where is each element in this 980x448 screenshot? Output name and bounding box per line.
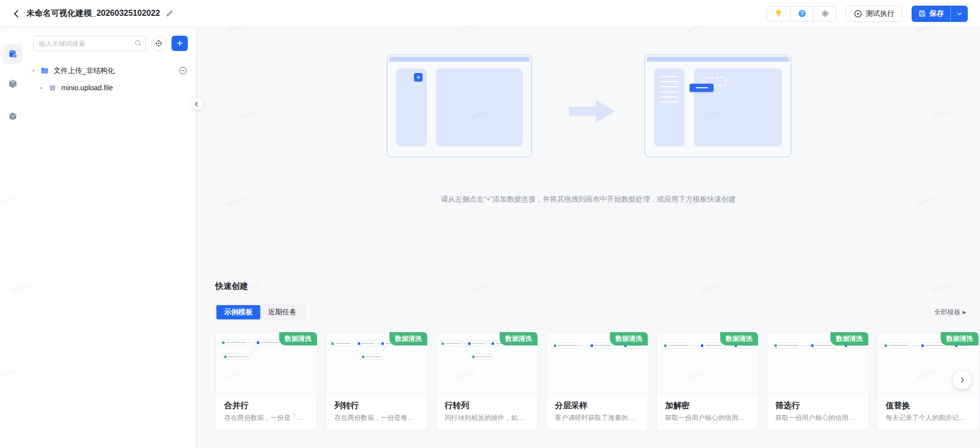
category-badge: 数据清洗 (500, 332, 537, 345)
pencil-icon (166, 10, 174, 17)
template-title: 行转列 (445, 401, 529, 411)
template-description: 客户调研时获取了海量的… (555, 413, 640, 422)
chevron-left-icon (193, 101, 200, 107)
app-root: 未命名可视化建模_20260325102022 ? 测试执行 (0, 0, 980, 448)
quick-create-tabs-row: 示例模板 近期任务 全部模板 ▶ (215, 304, 980, 320)
add-data-connection-button[interactable]: + (172, 36, 188, 51)
tree-item-label: minio.upload.file (61, 84, 113, 92)
search-icon (134, 39, 142, 49)
help-icon: ? (798, 9, 806, 18)
template-description: 每天记录了个人的跑步记… (886, 413, 970, 422)
tree-item-label: 文件上传_非结构化 (54, 66, 115, 76)
lightbulb-icon (774, 9, 783, 18)
template-card[interactable]: 数据清洗 分层采样 客户调研时获取了海量的… (546, 332, 648, 431)
tree-caret-icon[interactable]: ▸ (40, 85, 47, 90)
minus-circle-icon (179, 66, 187, 75)
svg-text:+: + (14, 84, 15, 87)
caret-right-icon: ▶ (963, 310, 966, 315)
flow-arrow-icon (569, 99, 615, 123)
illustration-canvas-area (436, 68, 523, 146)
template-card-list: 数据清洗 合并行 存在两份数据，一份是「… 数据清洗 列转行 存在两份数据，一份… (215, 332, 980, 431)
test-run-button[interactable]: 测试执行 (846, 6, 902, 22)
template-card[interactable]: 数据清洗 列转行 存在两份数据，一份是每… (326, 332, 428, 431)
illustration-side-column: + (396, 68, 427, 146)
tree-row[interactable]: ▸ minio.upload.file (25, 79, 196, 96)
sidebar-item-data-sources[interactable] (3, 44, 22, 64)
data-connection-tree: ▾ 文件上传_非结构化 ▸ minio.upload.file (25, 62, 196, 96)
template-title: 分层采样 (555, 401, 640, 411)
model-cube-icon (8, 111, 18, 121)
all-templates-link[interactable]: 全部模板 ▶ (934, 308, 966, 317)
collapse-panel-button[interactable] (189, 97, 203, 111)
data-connection-panel: + ▾ 文件上传_非结构化 ▸ minio.upload.file (25, 28, 197, 448)
template-title: 合并行 (224, 401, 309, 411)
quick-create-title: 快速创建 (215, 281, 980, 292)
category-badge: 数据清洗 (610, 332, 648, 345)
test-run-label: 测试执行 (866, 9, 894, 18)
template-card[interactable]: 数据清洗 筛选行 获取一份用户核心的信用… (767, 332, 869, 431)
template-card[interactable]: 数据清洗 行转列 同行转列相反的操作，如… (436, 332, 538, 431)
template-card[interactable]: 数据清洗 加解密 获取一份用户核心的信用… (656, 332, 758, 431)
illustration-side-column (654, 68, 684, 146)
template-description: 存在两份数据，一份是「… (224, 413, 309, 422)
template-title: 加解密 (665, 401, 750, 411)
illustration-dragged-node (690, 84, 714, 92)
remove-circle-button[interactable] (179, 66, 187, 75)
edit-title-button[interactable] (166, 10, 174, 17)
settings-button[interactable] (813, 7, 836, 21)
folder-icon (40, 66, 49, 75)
operator-cube-icon: ×−+ (8, 79, 18, 89)
panel-toolbar: + (25, 36, 196, 51)
template-tabs: 示例模板 近期任务 (215, 304, 305, 320)
category-badge: 数据清洗 (941, 332, 978, 345)
save-button[interactable]: 保存 (912, 6, 950, 22)
svg-text:?: ? (800, 11, 803, 16)
search-field-wrap (33, 36, 146, 51)
lightbulb-button[interactable] (767, 7, 790, 21)
save-split-button: 保存 (912, 6, 968, 22)
top-bar: 未命名可视化建模_20260325102022 ? 测试执行 (0, 0, 980, 28)
svg-text:×: × (12, 80, 13, 83)
tree-caret-icon[interactable]: ▾ (32, 68, 39, 73)
back-button[interactable] (9, 7, 23, 21)
search-input[interactable] (33, 36, 146, 51)
locate-button[interactable] (151, 36, 166, 51)
category-badge: 数据清洗 (830, 332, 868, 345)
save-floppy-icon (918, 10, 926, 17)
category-badge: 数据清洗 (279, 332, 317, 345)
toolbar-right: ? 测试执行 保存 (767, 6, 968, 22)
module-icon-strip: ×−+ (0, 28, 25, 448)
tree-row[interactable]: ▾ 文件上传_非结构化 (25, 62, 196, 79)
illustration-frame-right (645, 55, 791, 157)
sidebar-item-models[interactable] (3, 107, 22, 126)
page-title: 未命名可视化建模_20260325102022 (27, 8, 160, 19)
illustration-topbar (647, 57, 789, 62)
help-button[interactable]: ? (790, 7, 813, 21)
illustration-frame-left: + (387, 55, 532, 157)
save-label: 保存 (929, 9, 944, 18)
illustration-topbar (389, 57, 530, 62)
sidebar-item-operators[interactable]: ×−+ (3, 74, 22, 93)
tab-recent-tasks[interactable]: 近期任务 (260, 305, 304, 319)
play-circle-icon (854, 10, 862, 18)
template-title: 值替换 (886, 401, 970, 411)
chevron-right-icon (959, 377, 966, 383)
illustration-plus-icon: + (414, 73, 423, 82)
template-description: 获取一份用户核心的信用… (775, 413, 860, 422)
template-card[interactable]: 数据清洗 合并行 存在两份数据，一份是「… (215, 332, 317, 431)
canvas-hint-text: 请从左侧点击“+”添加数据连接，并将其拖拽到画布中开始数据处理，或应用下方模板快… (197, 195, 980, 204)
template-description: 存在两份数据，一份是每… (334, 413, 419, 422)
template-title: 列转行 (334, 401, 419, 411)
tab-sample-templates[interactable]: 示例模板 (216, 305, 260, 319)
chevron-down-icon (957, 11, 963, 17)
save-dropdown-button[interactable] (950, 6, 968, 22)
svg-text:−: − (10, 84, 11, 87)
main-body: ×−+ + ▾ (0, 28, 980, 448)
modeling-canvas[interactable]: + 请从左侧点击“+”添加数据连接，并将其拖拽到画布中开始数据处理，或应用下方模… (197, 28, 980, 448)
chevron-left-icon (12, 9, 21, 18)
cards-scroll-next-button[interactable] (952, 370, 972, 389)
crosshair-icon (155, 39, 163, 47)
quick-create-section: 快速创建 示例模板 近期任务 全部模板 ▶ 数据清洗 合并行 存在两份数据，一份… (215, 281, 980, 431)
category-badge: 数据清洗 (720, 332, 758, 345)
utility-icon-group: ? (767, 6, 837, 21)
